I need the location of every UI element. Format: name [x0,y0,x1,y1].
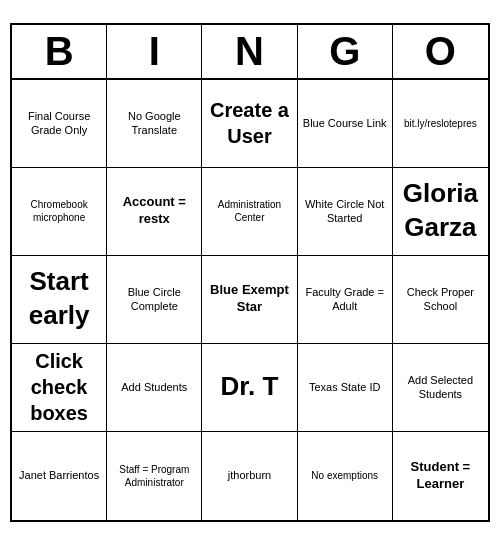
bingo-cell: Blue Course Link [298,80,393,168]
bingo-cell: Gloria Garza [393,168,488,256]
bingo-cell: Add Selected Students [393,344,488,432]
bingo-cell: Click check boxes [12,344,107,432]
bingo-cell: Check Proper School [393,256,488,344]
bingo-cell: No Google Translate [107,80,202,168]
bingo-cell: Janet Barrientos [12,432,107,520]
bingo-cell: Blue Circle Complete [107,256,202,344]
bingo-grid: Final Course Grade OnlyNo Google Transla… [12,80,488,520]
bingo-cell: No exemptions [298,432,393,520]
header-letter: B [12,25,107,78]
bingo-cell: Final Course Grade Only [12,80,107,168]
header-letter: I [107,25,202,78]
header-letter: G [298,25,393,78]
bingo-cell: White Circle Not Started [298,168,393,256]
bingo-cell: Staff = Program Administrator [107,432,202,520]
bingo-cell: Texas State ID [298,344,393,432]
header-letter: N [202,25,297,78]
header-letter: O [393,25,488,78]
bingo-cell: jthorburn [202,432,297,520]
bingo-cell: Student = Learner [393,432,488,520]
bingo-cell: Administration Center [202,168,297,256]
bingo-card: BINGO Final Course Grade OnlyNo Google T… [10,23,490,522]
bingo-header: BINGO [12,25,488,80]
bingo-cell: Blue Exempt Star [202,256,297,344]
bingo-cell: Add Students [107,344,202,432]
bingo-cell: bit.ly/reslotepres [393,80,488,168]
bingo-cell: Create a User [202,80,297,168]
bingo-cell: Dr. T [202,344,297,432]
bingo-cell: Faculty Grade = Adult [298,256,393,344]
bingo-cell: Chromebook microphone [12,168,107,256]
bingo-cell: Start early [12,256,107,344]
bingo-cell: Account = restx [107,168,202,256]
